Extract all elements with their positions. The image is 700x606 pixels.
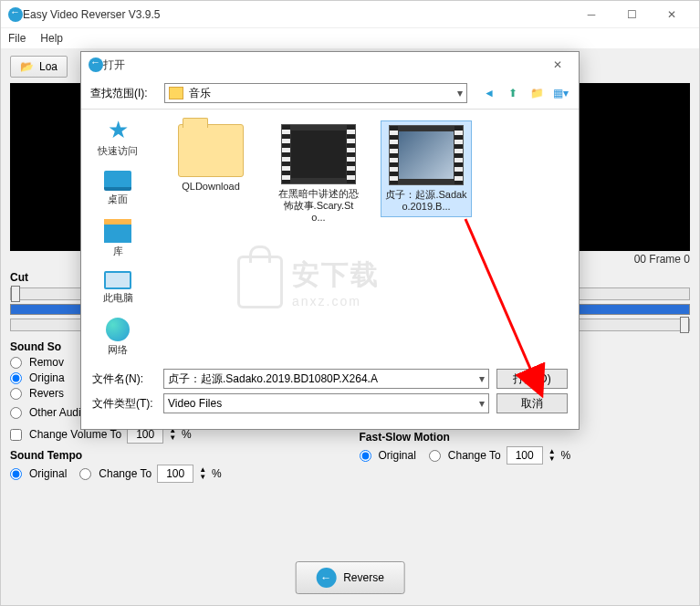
checkbox-change-volume[interactable] (10, 429, 22, 441)
file-name: 在黑暗中讲述的恐怖故事.Scary.Sto... (277, 188, 360, 225)
dialog-toolbar: ◄ ⬆ 📁 ▦▾ (480, 84, 569, 102)
look-in-value: 音乐 (189, 86, 211, 101)
sidebar-network-label: 网络 (108, 343, 128, 357)
file-name: QLDownload (182, 181, 240, 193)
dialog-titlebar: 打开 ✕ (81, 52, 579, 78)
file-open-dialog: 打开 ✕ 查找范围(I): 音乐 ▾ ◄ ⬆ 📁 ▦▾ ★快速访问 桌面 库 此… (80, 51, 580, 430)
desktop-icon (104, 171, 131, 191)
close-button[interactable]: ✕ (652, 1, 692, 28)
maximize-button[interactable]: ☐ (611, 1, 652, 28)
dialog-icon (89, 57, 103, 72)
label-fs-original: Original (379, 449, 416, 462)
filename-input[interactable]: 贞子：起源.Sadako.2019.BD1080P.X264.A▾ (163, 369, 489, 389)
dialog-body: ★快速访问 桌面 库 此电脑 网络 QLDownload 在黑暗中讲述的恐怖故事… (81, 109, 579, 357)
label-reverse: Revers (29, 387, 64, 400)
folder-icon (169, 87, 183, 99)
filetype-row: 文件类型(T): Video Files▾ 取消 (92, 393, 568, 413)
up-icon[interactable]: ⬆ (504, 84, 522, 102)
row-fast-slow: Original Change To ▲▼ % (360, 446, 691, 465)
look-in-row: 查找范围(I): 音乐 ▾ ◄ ⬆ 📁 ▦▾ (81, 78, 579, 109)
file-list[interactable]: QLDownload 在黑暗中讲述的恐怖故事.Scary.Sto... 贞子：起… (154, 110, 579, 357)
sidebar-thispc-label: 此电脑 (103, 291, 133, 305)
label-remove: Remov (29, 356, 64, 369)
sound-tempo-label: Sound Tempo (10, 449, 341, 462)
cancel-button[interactable]: 取消 (496, 393, 568, 413)
radio-tempo-original[interactable] (10, 468, 22, 480)
star-icon: ★ (103, 117, 132, 142)
dialog-bottom: 文件名(N): 贞子：起源.Sadako.2019.BD1080P.X264.A… (81, 357, 579, 429)
open-button[interactable]: 打开(O) (496, 369, 568, 389)
radio-tempo-change[interactable] (79, 468, 91, 480)
sidebar-desktop-label: 桌面 (108, 193, 128, 206)
chevron-down-icon: ▾ (457, 87, 463, 99)
sidebar-quick-label: 快速访问 (98, 144, 138, 158)
filetype-value: Video Files (168, 397, 222, 410)
file-item-video2-selected[interactable]: 贞子：起源.Sadako.2019.B... (381, 120, 472, 217)
chevron-down-icon: ▾ (479, 372, 485, 385)
label-fs-change: Change To (448, 449, 501, 462)
dialog-title: 打开 (103, 57, 544, 73)
file-name: 贞子：起源.Sadako.2019.B... (385, 189, 467, 213)
row-tempo: Original Change To ▲▼ % (10, 465, 341, 483)
sidebar-network[interactable]: 网络 (81, 318, 154, 357)
radio-other[interactable] (10, 407, 22, 419)
radio-original[interactable] (10, 372, 22, 384)
filetype-label: 文件类型(T): (92, 396, 156, 412)
load-button-label: Loa (39, 60, 57, 73)
label-tempo-original: Original (29, 467, 67, 480)
tempo-percent: % (212, 467, 222, 480)
tempo-input[interactable] (157, 465, 193, 483)
video-thumb-icon (281, 124, 356, 184)
radio-remove[interactable] (10, 357, 22, 369)
folder-open-icon: 📂 (20, 60, 34, 73)
sidebar-desktop[interactable]: 桌面 (81, 171, 154, 206)
filename-row: 文件名(N): 贞子：起源.Sadako.2019.BD1080P.X264.A… (92, 369, 568, 389)
label-original: Origina (29, 371, 65, 384)
new-folder-icon[interactable]: 📁 (528, 84, 546, 102)
sidebar-thispc[interactable]: 此电脑 (81, 271, 154, 305)
label-change-vol: Change Volume To (29, 428, 121, 441)
label-tempo-change: Change To (99, 467, 151, 480)
sidebar-library-label: 库 (113, 245, 123, 258)
file-item-video1[interactable]: 在黑暗中讲述的恐怖故事.Scary.Sto... (273, 120, 364, 228)
file-item-folder[interactable]: QLDownload (165, 120, 256, 196)
video-thumb-icon (389, 125, 464, 185)
chevron-down-icon: ▾ (479, 397, 485, 410)
menubar: File Help (1, 28, 699, 48)
sidebar-library[interactable]: 库 (81, 219, 154, 258)
load-button[interactable]: 📂 Loa (10, 56, 68, 78)
sidebar-quick-access[interactable]: ★快速访问 (81, 117, 154, 158)
fs-percent: % (561, 449, 571, 462)
fast-slow-label: Fast-Slow Motion (360, 431, 691, 444)
radio-reverse[interactable] (10, 388, 22, 400)
radio-fs-original[interactable] (360, 450, 371, 462)
reverse-button-label: Reverse (343, 571, 384, 584)
dialog-close-button[interactable]: ✕ (544, 55, 571, 75)
radio-fs-change[interactable] (429, 450, 441, 462)
reverse-button[interactable]: ← Reverse (295, 561, 405, 594)
view-icon[interactable]: ▦▾ (551, 84, 569, 102)
filename-value: 贞子：起源.Sadako.2019.BD1080P.X264.A (168, 371, 378, 387)
look-in-combo[interactable]: 音乐 ▾ (164, 83, 467, 103)
reverse-icon: ← (316, 568, 336, 588)
window-title: Easy Video Reverser V3.9.5 (23, 8, 571, 21)
volume-percent: % (182, 428, 192, 441)
frame-status: 00 Frame 0 (634, 253, 690, 266)
network-icon (106, 318, 130, 341)
pc-icon (104, 271, 131, 289)
titlebar: Easy Video Reverser V3.9.5 ─ ☐ ✕ (1, 1, 699, 28)
fs-spinner[interactable]: ▲▼ (549, 448, 556, 463)
filetype-combo[interactable]: Video Files▾ (163, 393, 489, 413)
dialog-sidebar: ★快速访问 桌面 库 此电脑 网络 (81, 110, 154, 357)
menu-file[interactable]: File (8, 32, 26, 45)
look-in-label: 查找范围(I): (90, 86, 159, 101)
fs-input[interactable] (507, 446, 543, 465)
filename-label: 文件名(N): (92, 371, 156, 387)
menu-help[interactable]: Help (40, 32, 63, 45)
folder-thumb-icon (178, 124, 244, 177)
back-icon[interactable]: ◄ (480, 84, 498, 102)
tempo-spinner[interactable]: ▲▼ (199, 466, 206, 481)
minimize-button[interactable]: ─ (571, 1, 611, 28)
app-icon (8, 7, 23, 22)
window-controls: ─ ☐ ✕ (571, 1, 692, 28)
